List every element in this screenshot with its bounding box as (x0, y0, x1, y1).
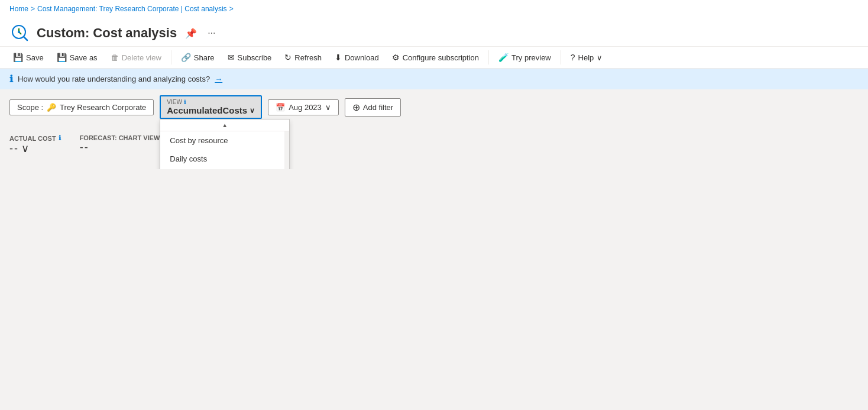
subscribe-label: Subscribe (238, 53, 272, 62)
breadcrumb-home[interactable]: Home (9, 5, 28, 13)
view-chevron-icon: ∨ (250, 106, 255, 115)
date-value: Aug 2023 (289, 103, 322, 112)
download-button[interactable]: ⬇ Download (329, 49, 385, 66)
add-filter-button[interactable]: ⊕ Add filter (345, 98, 401, 117)
share-icon: 🔗 (181, 53, 191, 62)
view-dropdown-menu: ▲ Cost by resource Daily costs Cost by s… (160, 119, 290, 169)
view-value: AccumulatedCosts ∨ (167, 105, 255, 115)
breadcrumb-sep1: > (31, 5, 35, 13)
cost-row: ACTUAL COST ℹ -- ∨ FORECAST: CHART VIEW … (9, 134, 859, 155)
info-banner: ℹ How would you rate understanding and a… (0, 69, 868, 89)
scroll-up-arrow-icon: ▲ (222, 122, 228, 128)
page-icon (9, 22, 31, 44)
actual-cost-section: ACTUAL COST ℹ -- ∨ (9, 134, 61, 155)
save-as-button[interactable]: 💾 Save as (51, 49, 103, 66)
refresh-icon: ↻ (284, 53, 292, 62)
dropdown-item-cost-by-resource[interactable]: Cost by resource (160, 131, 289, 150)
save-as-icon: 💾 (57, 53, 67, 62)
forecast-section: FORECAST: CHART VIEW -- (80, 134, 160, 155)
configure-label: Configure subscription (403, 53, 479, 62)
dropdown-scroll-area: Cost by resource Daily costs Cost by ser… (160, 131, 289, 169)
try-preview-icon: 🧪 (498, 53, 509, 62)
breadcrumb-sep2: > (229, 5, 234, 13)
banner-text: How would you rate understanding and ana… (18, 75, 210, 83)
more-icon[interactable]: ··· (205, 25, 218, 41)
toolbar-separator-3 (561, 50, 561, 64)
toolbar: 💾 Save 💾 Save as 🗑 Delete view 🔗 Share ✉… (0, 46, 868, 69)
download-icon: ⬇ (335, 53, 342, 62)
download-label: Download (345, 53, 379, 62)
view-info-icon: ℹ (184, 99, 186, 105)
share-label: Share (194, 53, 215, 62)
view-dropdown-button[interactable]: VIEW ℹ AccumulatedCosts ∨ (160, 95, 262, 119)
dropdown-scroll-up[interactable]: ▲ (160, 120, 289, 131)
page-title: Custom: Cost analysis (37, 25, 177, 41)
pin-icon[interactable]: 📌 (183, 25, 199, 41)
refresh-button[interactable]: ↻ Refresh (278, 49, 328, 66)
dropdown-item-cost-by-service[interactable]: Cost by service (160, 168, 289, 169)
breadcrumb-cost-mgmt[interactable]: Cost Management: Trey Research Corporate… (37, 5, 227, 13)
delete-view-button[interactable]: 🗑 Delete view (105, 49, 167, 66)
scope-icon: 🔑 (47, 103, 56, 112)
dropdown-item-daily-costs[interactable]: Daily costs (160, 150, 289, 168)
actual-cost-chevron-icon[interactable]: ∨ (21, 142, 29, 155)
forecast-value: -- (80, 141, 160, 154)
try-preview-label: Try preview (511, 53, 551, 62)
actual-cost-label: ACTUAL COST ℹ (9, 134, 61, 142)
svg-point-3 (18, 31, 20, 33)
help-chevron-icon: ∨ (597, 53, 603, 62)
view-label: VIEW ℹ (167, 99, 255, 105)
date-icon: 📅 (276, 103, 285, 112)
try-preview-button[interactable]: 🧪 Try preview (493, 49, 557, 66)
refresh-label: Refresh (294, 53, 322, 62)
help-button[interactable]: ? Help ∨ (565, 49, 609, 66)
date-filter-button[interactable]: 📅 Aug 2023 ∨ (268, 99, 339, 115)
actual-cost-value: -- ∨ (9, 142, 61, 155)
forecast-label: FORECAST: CHART VIEW (80, 134, 160, 141)
help-label: Help (578, 53, 594, 62)
breadcrumb: Home > Cost Management: Trey Research Co… (0, 0, 868, 18)
svg-line-4 (24, 37, 27, 40)
page-header: Custom: Cost analysis 📌 ··· (0, 18, 868, 46)
view-dropdown-container: VIEW ℹ AccumulatedCosts ∨ ▲ Cost by reso… (160, 95, 262, 119)
configure-icon: ⚙ (392, 53, 400, 62)
delete-icon: 🗑 (111, 53, 119, 62)
save-as-label: Save as (70, 53, 98, 62)
toolbar-separator-1 (171, 50, 171, 64)
delete-label: Delete view (122, 53, 161, 62)
info-icon: ℹ (9, 73, 13, 85)
scope-value: Trey Research Corporate (60, 103, 146, 112)
scope-button[interactable]: Scope : 🔑 Trey Research Corporate (9, 99, 154, 115)
help-icon: ? (571, 53, 575, 62)
add-filter-icon: ⊕ (352, 102, 360, 113)
add-filter-label: Add filter (363, 103, 393, 112)
save-icon: 💾 (13, 53, 23, 62)
actual-cost-info-icon: ℹ (59, 134, 61, 142)
toolbar-separator-2 (488, 50, 489, 64)
subscribe-icon: ✉ (228, 53, 235, 62)
save-label: Save (26, 53, 44, 62)
save-button[interactable]: 💾 Save (7, 49, 50, 66)
dropdown-scrollbar-track[interactable] (284, 131, 289, 169)
configure-subscription-button[interactable]: ⚙ Configure subscription (386, 49, 485, 66)
scope-label: Scope : (17, 103, 43, 112)
banner-link[interactable]: → (215, 75, 222, 83)
main-content: ACTUAL COST ℹ -- ∨ FORECAST: CHART VIEW … (0, 125, 868, 169)
subscribe-button[interactable]: ✉ Subscribe (222, 49, 278, 66)
share-button[interactable]: 🔗 Share (175, 49, 221, 66)
date-chevron-icon: ∨ (325, 103, 331, 112)
filter-bar: Scope : 🔑 Trey Research Corporate VIEW ℹ… (0, 89, 868, 125)
